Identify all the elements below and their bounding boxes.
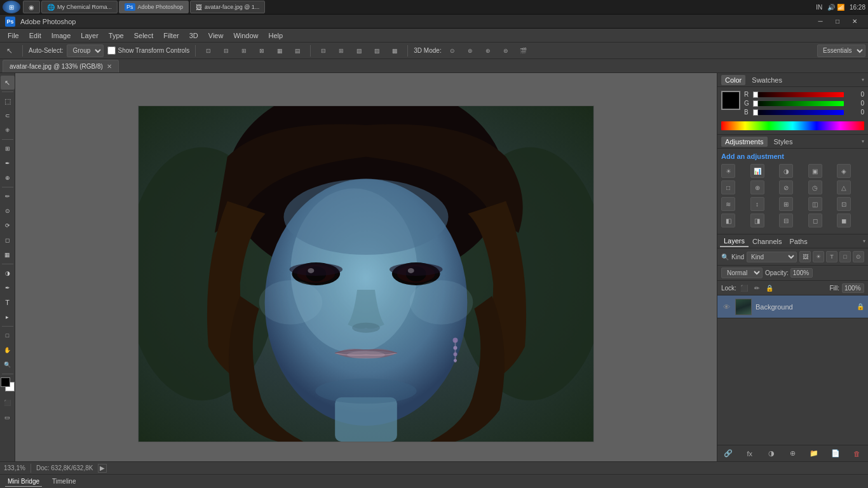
- menu-window[interactable]: Window: [228, 30, 263, 41]
- adj-pattern[interactable]: ◻: [808, 214, 822, 227]
- link-layers-icon[interactable]: 🔗: [722, 447, 735, 460]
- filter-smart-icon[interactable]: ⊙: [853, 251, 864, 262]
- adj-levels[interactable]: 📊: [750, 164, 764, 178]
- show-transform-checkbox[interactable]: [107, 46, 116, 55]
- quick-mask-tool[interactable]: ⬛: [1, 396, 15, 410]
- adjustments-panel-collapse[interactable]: ▾: [862, 139, 864, 144]
- align-center-v-icon[interactable]: ▦: [273, 44, 287, 57]
- layer-visibility-icon[interactable]: 👁: [721, 302, 731, 312]
- lock-position-icon[interactable]: ✏: [752, 283, 762, 293]
- hand-tool[interactable]: ✋: [1, 343, 15, 357]
- fx-icon[interactable]: fx: [743, 447, 756, 460]
- fill-input[interactable]: [842, 283, 864, 293]
- layers-collapse[interactable]: ▾: [863, 238, 865, 244]
- layer-item-background[interactable]: 👁 Background 🔒: [717, 295, 868, 318]
- crop-tool[interactable]: ⊞: [1, 142, 15, 156]
- adj-selective-color[interactable]: ◧: [721, 214, 735, 227]
- 3d-mode-4-icon[interactable]: ⊜: [499, 44, 513, 57]
- kind-filter-select[interactable]: Kind: [747, 252, 797, 262]
- new-layer-icon[interactable]: 📄: [829, 447, 842, 460]
- lasso-tool[interactable]: ⊂: [1, 109, 15, 123]
- layers-tab[interactable]: Layers: [720, 236, 749, 247]
- dodge-tool[interactable]: ◑: [1, 266, 15, 280]
- delete-layer-icon[interactable]: 🗑: [851, 447, 864, 460]
- shape-tool[interactable]: □: [1, 329, 15, 342]
- menu-layer[interactable]: Layer: [76, 30, 104, 41]
- 3d-mode-1-icon[interactable]: ⊙: [445, 44, 459, 57]
- color-spectrum[interactable]: [721, 121, 864, 130]
- eyedropper-tool[interactable]: ✒: [1, 156, 15, 170]
- adj-threshold[interactable]: ◫: [808, 197, 822, 211]
- doc-info-arrow[interactable]: ▶: [98, 464, 107, 473]
- opacity-input[interactable]: [790, 268, 813, 278]
- g-slider[interactable]: [753, 101, 844, 106]
- close-button[interactable]: ✕: [846, 16, 863, 27]
- adj-gradient-fill[interactable]: ⊟: [779, 214, 793, 227]
- quick-select-tool[interactable]: ⁜: [1, 123, 15, 137]
- align-bottom-icon[interactable]: ▤: [290, 44, 304, 57]
- foreground-color[interactable]: [1, 377, 10, 387]
- menu-help[interactable]: Help: [264, 30, 288, 41]
- show-transform-check[interactable]: Show Transform Controls: [107, 46, 189, 55]
- screen-mode-tool[interactable]: ▭: [1, 410, 15, 424]
- adj-hue-sat[interactable]: □: [721, 180, 735, 194]
- adj-exposure[interactable]: ▣: [808, 164, 822, 178]
- adj-other[interactable]: ◼: [837, 214, 851, 227]
- type-tool[interactable]: T: [1, 295, 15, 309]
- r-slider[interactable]: [753, 92, 844, 97]
- adj-brightness[interactable]: ☀: [721, 164, 735, 178]
- path-tool[interactable]: ▸: [1, 310, 15, 324]
- taskbar-blender[interactable]: ◉: [23, 1, 40, 13]
- menu-filter[interactable]: Filter: [158, 30, 184, 41]
- menu-image[interactable]: Image: [46, 30, 76, 41]
- adj-vibrance[interactable]: ◈: [837, 164, 851, 178]
- distribute-3-icon[interactable]: ▨: [370, 44, 384, 57]
- styles-tab[interactable]: Styles: [770, 137, 797, 147]
- distribute-2-icon[interactable]: ▧: [352, 44, 366, 57]
- b-slider[interactable]: [753, 110, 844, 115]
- adjustments-tab[interactable]: Adjustments: [721, 137, 768, 147]
- move-tool[interactable]: ↖: [1, 76, 15, 90]
- distribute-v-icon[interactable]: ⊞: [334, 44, 348, 57]
- spot-heal-tool[interactable]: ⊕: [1, 171, 15, 185]
- taskbar-photoshop[interactable]: Ps Adobe Photoshop: [119, 1, 189, 13]
- paths-tab[interactable]: Paths: [786, 236, 811, 247]
- adj-solid-color[interactable]: ◨: [750, 214, 764, 227]
- 3d-mode-2-icon[interactable]: ⊚: [463, 44, 477, 57]
- adj-gradient-map[interactable]: ⊡: [837, 197, 851, 211]
- adj-color-lookup[interactable]: ≋: [721, 197, 735, 211]
- menu-select[interactable]: Select: [129, 30, 159, 41]
- workspace-dropdown[interactable]: Essentials: [817, 44, 865, 57]
- distribute-4-icon[interactable]: ▩: [388, 44, 402, 57]
- filter-text-icon[interactable]: T: [826, 251, 837, 262]
- 3d-mode-5-icon[interactable]: 🎬: [517, 44, 531, 57]
- eraser-tool[interactable]: ◻: [1, 233, 15, 247]
- blend-mode-select[interactable]: Normal Multiply Screen Overlay: [721, 268, 763, 278]
- adj-invert[interactable]: ↕: [750, 197, 764, 211]
- zoom-tool[interactable]: 🔍: [1, 358, 15, 372]
- adj-posterize[interactable]: ⊞: [779, 197, 793, 211]
- menu-type[interactable]: Type: [104, 30, 129, 41]
- mini-bridge-tab[interactable]: Mini Bridge: [5, 477, 42, 487]
- adj-color-balance[interactable]: ⊕: [750, 180, 764, 194]
- adj-channel-mixer[interactable]: △: [837, 180, 851, 194]
- menu-view[interactable]: View: [203, 30, 229, 41]
- gradient-tool[interactable]: ▦: [1, 248, 15, 262]
- align-top-icon[interactable]: ⊠: [255, 44, 269, 57]
- timeline-tab[interactable]: Timeline: [50, 477, 78, 486]
- lock-pixel-icon[interactable]: ⬛: [739, 283, 749, 293]
- maximize-button[interactable]: □: [829, 16, 846, 27]
- menu-3d[interactable]: 3D: [184, 30, 203, 41]
- align-left-icon[interactable]: ⊡: [201, 44, 215, 57]
- filter-shape-icon[interactable]: □: [839, 251, 851, 262]
- clone-tool[interactable]: ⊙: [1, 204, 15, 218]
- taskbar-img[interactable]: 🖼 avatar-face.jpg @ 1...: [190, 1, 265, 13]
- adjustment-layer-icon[interactable]: ⊕: [786, 447, 799, 460]
- document-tab[interactable]: avatar-face.jpg @ 133% (RGB/8) ✕: [3, 60, 119, 72]
- auto-select-dropdown[interactable]: Group Layer: [67, 44, 104, 57]
- align-center-h-icon[interactable]: ⊟: [219, 44, 233, 57]
- adj-photo-filter[interactable]: ◷: [808, 180, 822, 194]
- channels-tab[interactable]: Channels: [749, 236, 785, 247]
- filter-pixel-icon[interactable]: 🖼: [799, 251, 811, 262]
- swatches-tab[interactable]: Swatches: [748, 75, 786, 85]
